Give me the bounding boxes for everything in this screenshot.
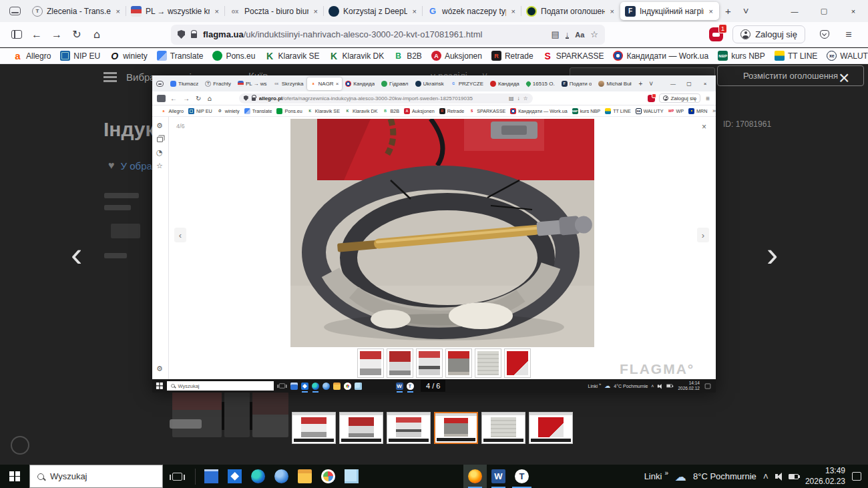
sidebar-toggle-button[interactable] (7, 25, 27, 45)
menu-button[interactable]: ≡ (839, 25, 859, 45)
firefox-view-icon[interactable] (9, 7, 21, 15)
list-tabs-icon[interactable]: ˅ (737, 5, 755, 17)
inner-star-icon: ☆ (523, 95, 528, 101)
date: 2026.02.23 (805, 477, 845, 486)
lightbox-prev-arrow[interactable]: ‹ (71, 237, 82, 272)
links-expand-icon[interactable]: » (664, 469, 668, 477)
taskbar-app[interactable] (270, 465, 293, 488)
taskbar-paint[interactable] (316, 465, 340, 488)
taskbar-photos[interactable] (223, 465, 246, 488)
tab-close-icon[interactable]: × (411, 7, 418, 15)
inner-gallery-thumbnails (357, 348, 531, 378)
tab-pl-kraje[interactable]: PL → wszystkie kraje× (126, 2, 225, 20)
bookmark-workua[interactable]: Кандидати — Work.ua (608, 49, 713, 62)
bookmark-klaravik-se[interactable]: KKlaravik SE (260, 49, 324, 62)
notifications-icon[interactable] (852, 472, 861, 481)
address-bar[interactable]: flagma.ua/uk/induktsiinyi-nahrivach-ales… (171, 25, 605, 45)
bookmark-star-icon[interactable]: ☆ (590, 29, 598, 39)
taskbar-word[interactable]: W (487, 465, 510, 488)
bookmark-waluty[interactable]: xeWALUTY (822, 49, 868, 62)
tab-close-icon[interactable]: × (609, 7, 616, 15)
tab-poczta[interactable]: oxPoczta - biuro biuro -× (225, 2, 324, 20)
screen: TZlecenia - Trans.eu× PL → wszystkie kra… (0, 0, 868, 488)
taskbar-notes[interactable] (340, 465, 363, 488)
url-text[interactable]: flagma.ua/uk/induktsiinyi-nahrivach-ales… (203, 29, 545, 39)
tab-close-icon[interactable]: × (312, 7, 319, 15)
bookmark-allegro[interactable]: aAllegro (8, 49, 55, 62)
bookmark-retrade[interactable]: RRetrade (487, 49, 538, 62)
inner-tab-profile: Michał Bułha (595, 77, 635, 90)
weather-icon[interactable]: ☁ (675, 470, 686, 483)
taskbar-search-input[interactable]: Wyszukaj (29, 465, 163, 488)
shield-icon[interactable] (178, 30, 185, 39)
inner-menu-icon: ≡ (704, 95, 711, 102)
maximize-button[interactable]: ▢ (809, 0, 839, 22)
bookmark-winiety[interactable]: Owiniety (105, 49, 152, 62)
inner-tab: oxSkrzynka (270, 77, 307, 90)
clock[interactable]: 13:492026.02.23 (805, 466, 845, 487)
lightbox-thumbnail-4-active[interactable] (434, 412, 478, 444)
adblock-icon[interactable]: 1 (709, 27, 723, 41)
bookmark-b2b[interactable]: BB2B (389, 49, 427, 62)
start-button[interactable] (0, 465, 29, 488)
tab-close-icon[interactable]: × (510, 7, 517, 15)
home-button[interactable]: ⌂ (87, 25, 107, 45)
links-toolbar: Linki (588, 384, 598, 389)
lock-icon[interactable] (191, 33, 197, 38)
tab-olx[interactable]: Подати оголошення б× (521, 2, 620, 20)
weather-text[interactable]: 8°C Pochmurnie (693, 471, 756, 481)
bookmark-translate[interactable]: Translate (152, 49, 208, 62)
reload-button[interactable]: ↻ (67, 25, 87, 45)
bookmark-ttline[interactable]: TT LINE (770, 49, 822, 62)
tab-flagma-active[interactable]: FІндукційний нагрівач× (620, 2, 719, 20)
forward-button[interactable]: → (47, 25, 67, 45)
lightbox-thumbnail-6[interactable] (529, 412, 573, 444)
reader-mode-icon[interactable]: ▤ (551, 29, 559, 39)
minimize-button[interactable]: — (780, 0, 809, 22)
pocket-icon[interactable] (815, 25, 835, 45)
inner-tab: Гідравл (378, 77, 411, 90)
close-window-button[interactable]: × (839, 0, 868, 22)
lightbox-thumbnail-2[interactable] (339, 412, 383, 444)
taskbar-trans-eu[interactable]: T (510, 465, 533, 488)
back-button[interactable]: ← (27, 25, 47, 45)
bookmark-sparkasse[interactable]: SSPARKASSE (538, 49, 609, 62)
taskbar: Wyszukaj W T Linki » ☁ 8°C Pochmurnie ˄ … (0, 465, 868, 488)
bookmark-pons[interactable]: Pons.eu (208, 49, 260, 62)
bookmark-auksjonen[interactable]: AAuksjonen (427, 49, 487, 62)
widget-icon[interactable] (11, 436, 29, 455)
bookmark-nip-eu[interactable]: NIP EU (55, 49, 105, 62)
lightbox-close-icon[interactable]: × (839, 67, 849, 89)
ttline-icon (775, 51, 785, 61)
download-icon[interactable]: ↓ (566, 31, 570, 39)
battery-icon[interactable] (789, 474, 799, 479)
photos-app-icon (228, 469, 242, 483)
tab-wozek[interactable]: Gwózek naczepy typu d× (423, 2, 521, 20)
tab-zlecenia[interactable]: TZlecenia - Trans.eu× (27, 2, 126, 20)
lightbox-thumbnail-3[interactable] (387, 412, 431, 444)
taskbar-calendar[interactable] (200, 465, 223, 488)
tab-close-icon[interactable]: × (214, 7, 220, 15)
inner-tab: 16515 O. (523, 77, 558, 90)
workua-icon (613, 51, 623, 61)
taskbar-explorer[interactable] (293, 465, 316, 488)
lightbox-thumbnail-1[interactable] (292, 412, 336, 444)
links-toolbar[interactable]: Linki (644, 471, 662, 481)
lightbox-image[interactable]: Tłumacz TFrachty PL → ws oxSkrzynka aNAG… (152, 75, 716, 393)
login-button[interactable]: Zaloguj się (732, 25, 805, 43)
taskbar-firefox-active[interactable] (463, 465, 487, 488)
lightbox-thumbnail-5[interactable] (481, 412, 525, 444)
translate-icon[interactable]: Aa (575, 31, 584, 39)
notifications-icon (705, 383, 710, 389)
taskbar-edge[interactable] (246, 465, 270, 488)
new-tab-button[interactable]: + (719, 5, 737, 17)
bookmark-nbp[interactable]: NBPkurs NBP (713, 49, 770, 62)
lightbox-next-arrow[interactable]: › (767, 237, 778, 272)
tab-close-icon[interactable]: × (708, 7, 714, 15)
task-view-button[interactable] (163, 465, 191, 488)
volume-icon[interactable] (775, 474, 778, 479)
bookmark-klaravik-dk[interactable]: KKlaravik DK (324, 49, 389, 62)
tab-deepl[interactable]: Korzystaj z DeepL i tłu× (324, 2, 423, 20)
tab-close-icon[interactable]: × (115, 7, 122, 15)
tray-expand-icon[interactable]: ˄ (763, 471, 769, 482)
